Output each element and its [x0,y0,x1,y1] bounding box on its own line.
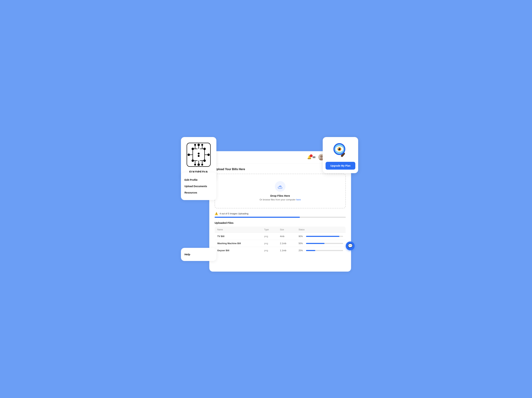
help-label: Help [184,253,190,256]
dropzone-title: Drop Files Here [219,194,342,197]
table-header-row: Name Type Size Status [215,227,346,233]
col-header-name: Name [215,227,262,233]
files-section-title: Uploaded Files [215,221,346,224]
bell-wrapper: 🔔 [307,155,311,159]
page-wrapper: FIXOPEDIA FIX APPLIANCES ON THE GO Edit … [181,137,351,261]
main-content: Upload Your Bills Here Drop Files Here O… [209,163,351,258]
file-status-cell: 90% [299,235,343,238]
files-table: Name Type Size Status TV Bill png 4mb 90… [215,226,346,254]
upload-progress-fill [215,217,300,218]
svg-point-10 [198,155,200,157]
svg-point-39 [338,148,339,149]
file-progress-bg [306,243,343,244]
sidebar-item-upload-documents[interactable]: Upload Documents [184,183,213,189]
dropzone-subtitle: Or browse files from your computer here [219,198,342,201]
file-size: 1.1mb [280,249,286,252]
table-row: TV Bill png 4mb 90% [215,233,346,240]
file-percent: 90% [299,235,305,238]
notification-count: 88 [313,156,316,159]
svg-point-30 [320,155,323,158]
sidebar-card: Edit Profile Upload Documents Resources [181,173,216,200]
table-row: Geyser Bill png 1.1mb 25% [215,247,346,254]
upload-status: ⚠️ 4 out of 5 Images Uploading [215,212,346,215]
sidebar-item-edit-profile[interactable]: Edit Profile [184,177,213,183]
file-type: png [264,235,268,238]
upgrade-button[interactable]: Upgrade My Plan [326,162,355,170]
upload-status-text: 4 out of 5 Images Uploading [220,212,248,215]
logo-icon [184,141,213,169]
help-card: Help [181,248,216,261]
file-type: png [264,249,268,252]
table-row: Washing Machine Bill png 2.1mb 50% [215,240,346,247]
dropzone[interactable]: Drop Files Here Or browse files from you… [215,174,346,208]
file-name: Geyser Bill [217,249,229,252]
browse-link[interactable]: here [296,198,301,201]
file-type: png [264,242,268,245]
file-name: TV Bill [217,235,224,238]
file-progress-fill [306,243,325,244]
file-percent: 50% [299,242,305,245]
notification-badge [310,154,313,157]
file-progress-fill [306,250,315,251]
file-percent: 25% [299,249,305,252]
file-size: 2.1mb [280,242,286,245]
col-header-status: Status [296,227,346,233]
chat-button[interactable]: 💬 [346,242,355,250]
magnifier-svg [332,141,349,159]
col-header-type: Type [262,227,278,233]
file-progress-bg [306,236,343,237]
file-progress-bg [306,250,343,251]
cloud-upload-icon [275,181,285,192]
svg-point-9 [198,153,200,155]
file-status-cell: 50% [299,242,343,245]
upload-progress-bar [215,217,346,218]
file-size: 4mb [280,235,284,238]
upgrade-card: Upgrade My Plan [323,137,358,173]
file-name: Washing Machine Bill [217,242,241,245]
magnifier-graphic [332,141,349,159]
file-status-cell: 25% [299,249,343,252]
col-header-size: Size [277,227,296,233]
notification-area[interactable]: 🔔 88 [307,155,316,159]
warning-icon: ⚠️ [215,212,218,215]
file-progress-fill [306,236,339,237]
sidebar-item-resources[interactable]: Resources [184,189,213,196]
cloud-upload-svg [278,184,283,189]
